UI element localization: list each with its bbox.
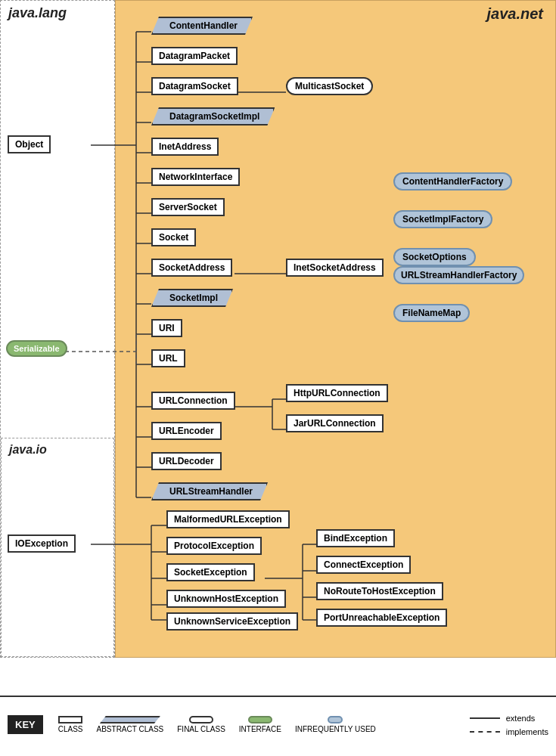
url-stream-handler-box: URLStreamHandler	[151, 482, 268, 500]
object-box: Object	[8, 135, 51, 153]
unknown-host-exception-box: UnknownHostException	[166, 590, 286, 608]
key-extends-item: extends	[470, 714, 548, 723]
diagram-area: java.lang java.io java.net	[0, 0, 556, 726]
unknown-service-exception-box: UnknownServiceException	[166, 612, 298, 631]
key-infrequent-label: INFREQUENTLY USED	[295, 725, 376, 733]
key-abstract-box	[100, 716, 160, 723]
url-box: URL	[151, 349, 185, 367]
key-interface-box	[248, 716, 272, 723]
multicast-socket-box: MulticastSocket	[286, 77, 373, 95]
key-infrequent-item: INFREQUENTLY USED	[295, 716, 376, 733]
url-stream-handler-factory-box: URLStreamHandlerFactory	[393, 266, 524, 284]
extends-line	[470, 717, 500, 719]
key-label: KEY	[8, 715, 43, 734]
key-infrequent-box	[328, 716, 343, 723]
key-abstract-label: ABSTRACT CLASS	[97, 725, 164, 733]
socket-box: Socket	[151, 228, 196, 246]
server-socket-box: ServerSocket	[151, 198, 225, 216]
url-connection-box: URLConnection	[151, 392, 235, 410]
uri-box: URI	[151, 319, 182, 337]
ioexception-box: IOException	[8, 534, 76, 553]
socket-exception-box: SocketException	[166, 563, 255, 581]
key-interface-item: INTERFACE	[239, 716, 281, 733]
implements-line	[470, 731, 500, 733]
no-route-exception-box: NoRouteToHostException	[316, 582, 443, 600]
connect-exception-box: ConnectException	[316, 556, 411, 574]
socket-impl-box: SocketImpl	[151, 289, 233, 307]
key-interface-label: INTERFACE	[239, 725, 281, 733]
port-unreachable-exception-box: PortUnreachableException	[316, 609, 447, 627]
content-handler-factory-box: ContentHandlerFactory	[393, 172, 512, 191]
file-name-map-box: FileNameMap	[393, 304, 470, 322]
datagram-packet-box: DatagramPacket	[151, 47, 238, 65]
bind-exception-box: BindException	[316, 529, 395, 547]
key-class-item: CLASS	[58, 716, 83, 733]
url-encoder-box: URLEncoder	[151, 422, 222, 440]
key-final-box	[189, 716, 213, 723]
key-class-label: CLASS	[58, 725, 83, 733]
socket-address-box: SocketAddress	[151, 259, 232, 277]
java-lang-title: java.lang	[1, 1, 114, 26]
datagram-socket-box: DatagramSocket	[151, 77, 238, 95]
key-legend: extends implements	[470, 714, 548, 736]
malformed-url-exception-box: MalformedURLException	[166, 510, 290, 528]
network-interface-box: NetworkInterface	[151, 168, 240, 186]
serializable-box: Serializable	[6, 340, 67, 357]
key-implements-item: implements	[470, 727, 548, 736]
key-final-item: FINAL CLASS	[177, 716, 225, 733]
url-decoder-box: URLDecoder	[151, 452, 222, 470]
inet-socket-address-box: InetSocketAddress	[286, 259, 384, 277]
key-class-box	[58, 716, 82, 723]
inet-address-box: InetAddress	[151, 138, 219, 156]
socket-impl-factory-box: SocketImplFactory	[393, 210, 492, 228]
implements-label: implements	[506, 727, 548, 736]
key-section: KEY CLASS ABSTRACT CLASS FINAL CLASS INT…	[0, 696, 556, 752]
key-abstract-item: ABSTRACT CLASS	[97, 716, 164, 733]
protocol-exception-box: ProtocolException	[166, 537, 262, 555]
http-url-connection-box: HttpURLConnection	[286, 384, 388, 402]
jar-url-connection-box: JarURLConnection	[286, 414, 384, 432]
java-io-title: java.io	[2, 438, 113, 461]
datagram-socket-impl-box: DatagramSocketImpl	[151, 107, 275, 125]
content-handler-box: ContentHandler	[151, 17, 253, 35]
key-final-label: FINAL CLASS	[177, 725, 225, 733]
socket-options-box: SocketOptions	[393, 248, 476, 266]
extends-label: extends	[506, 714, 536, 723]
